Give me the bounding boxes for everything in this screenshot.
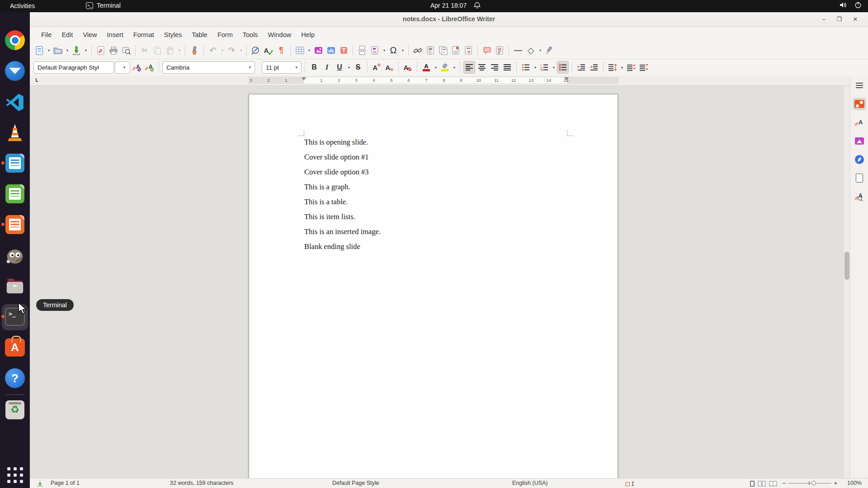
subscript-button[interactable]: A B	[383, 61, 395, 74]
paste-dropdown[interactable]: ▾	[177, 48, 182, 52]
line-spacing-button[interactable]	[607, 61, 618, 74]
bold-button[interactable]: B	[308, 61, 320, 74]
align-right-button[interactable]	[489, 61, 500, 74]
sidebar-navigator-button[interactable]	[853, 153, 866, 166]
page-style-status[interactable]: Default Page Style	[332, 480, 379, 486]
font-name-combo[interactable]: Cambria ▾	[162, 61, 255, 74]
zoom-in-icon[interactable]: +	[834, 480, 837, 486]
dock-item-vlc[interactable]	[4, 122, 26, 143]
insert-field-dropdown[interactable]: ▾	[382, 48, 387, 52]
dock-item-help[interactable]: ?	[4, 367, 26, 389]
line-spacing-dropdown[interactable]: ▾	[620, 66, 624, 70]
dock-item-libreoffice-writer[interactable]	[4, 152, 26, 174]
decrease-indent-button[interactable]	[588, 61, 600, 74]
menu-styles[interactable]: Styles	[159, 29, 187, 40]
close-button[interactable]: ✕	[850, 15, 861, 24]
cut-button[interactable]: ✂	[139, 44, 151, 57]
insert-bookmark-button[interactable]	[450, 44, 462, 57]
font-size-combo[interactable]: 11 pt ▾	[262, 61, 302, 74]
dock-item-thunderbird[interactable]	[4, 60, 26, 82]
dock-item-libreoffice-impress[interactable]	[4, 214, 26, 235]
sidebar-gallery-button[interactable]	[853, 135, 866, 147]
insert-chart-button[interactable]	[325, 44, 337, 57]
open-button[interactable]	[52, 44, 64, 57]
cross-reference-button[interactable]	[462, 44, 474, 57]
align-center-button[interactable]	[476, 61, 488, 74]
insert-textbox-button[interactable]	[338, 44, 349, 57]
horizontal-line-button[interactable]	[512, 44, 524, 57]
new-dropdown[interactable]: ▾	[47, 48, 51, 52]
draw-functions-button[interactable]	[543, 44, 555, 57]
menu-form[interactable]: Form	[212, 29, 238, 40]
update-style-button[interactable]: A	[131, 61, 143, 74]
redo-dropdown[interactable]: ▾	[239, 48, 243, 52]
insert-footnote-button[interactable]	[425, 44, 436, 57]
increase-paragraph-spacing-button[interactable]	[625, 61, 637, 74]
scrollbar-thumb[interactable]	[844, 252, 849, 280]
decrease-paragraph-spacing-button[interactable]	[638, 61, 650, 74]
italic-button[interactable]: I	[321, 61, 333, 74]
ordered-list-button[interactable]: IIIIII	[538, 61, 550, 74]
basic-shapes-dropdown[interactable]: ▾	[538, 48, 542, 52]
document-page[interactable]: This is opening slide. Cover slide optio…	[249, 94, 618, 478]
superscript-button[interactable]: A B	[371, 61, 382, 74]
word-count-status[interactable]: 32 words, 159 characters	[170, 480, 233, 486]
insert-hyperlink-button[interactable]	[412, 44, 424, 57]
horizontal-ruler[interactable]: L 3 2 1 1 2 3 4 5 6 7 8 9 10 11 12 13 14…	[30, 75, 868, 86]
doc-line[interactable]: Blank ending slide	[304, 243, 381, 250]
menu-table[interactable]: Table	[187, 29, 212, 40]
maximize-button[interactable]: ❐	[834, 15, 844, 24]
doc-line[interactable]: This is an inserted image.	[304, 228, 381, 235]
doc-line[interactable]: This is opening slide.	[304, 138, 381, 146]
view-layout-buttons[interactable]	[750, 481, 777, 487]
track-changes-button[interactable]	[494, 44, 505, 57]
zoom-level-status[interactable]: 100%	[847, 480, 862, 486]
insert-table-dropdown[interactable]: ▾	[307, 48, 311, 52]
zoom-slider-thumb[interactable]	[811, 481, 816, 485]
insert-comment-button[interactable]	[481, 44, 493, 57]
sidebar-properties-button[interactable]	[853, 98, 866, 110]
focused-app-menu[interactable]: >_ Terminal	[86, 2, 121, 9]
indent-marker-right[interactable]	[564, 77, 569, 80]
no-list-button[interactable]	[557, 61, 569, 74]
document-area[interactable]: This is opening slide. Cover slide optio…	[30, 86, 868, 478]
sidebar-page-button[interactable]	[853, 172, 866, 184]
increase-indent-button[interactable]	[576, 61, 587, 74]
doc-line[interactable]: This is item lists.	[304, 213, 381, 221]
font-color-dropdown[interactable]: ▾	[434, 66, 438, 70]
clock-menu[interactable]: Apr 21 18:07	[430, 2, 481, 9]
activities-button[interactable]: Activities	[6, 2, 38, 10]
paste-button[interactable]	[164, 44, 176, 57]
dock-item-libreoffice-calc[interactable]	[4, 183, 26, 205]
doc-line[interactable]: Cover slide option #3	[304, 168, 381, 176]
menu-insert[interactable]: Insert	[102, 29, 128, 40]
dock-item-chrome[interactable]	[4, 29, 26, 51]
zoom-slider[interactable]: − +	[782, 480, 837, 486]
find-replace-button[interactable]	[250, 44, 262, 57]
special-character-dropdown[interactable]: ▾	[401, 48, 405, 52]
menu-tools[interactable]: Tools	[238, 29, 263, 40]
menu-file[interactable]: File	[36, 29, 57, 40]
sidebar-styles-button[interactable]: A	[853, 116, 866, 129]
copy-button[interactable]	[151, 44, 163, 57]
export-pdf-button[interactable]	[95, 44, 107, 57]
insert-table-button[interactable]	[294, 44, 306, 57]
align-left-button[interactable]	[463, 61, 475, 74]
menu-format[interactable]: Format	[128, 29, 159, 40]
clear-formatting-button[interactable]: A	[402, 61, 414, 74]
clone-formatting-button[interactable]	[189, 44, 200, 57]
save-dropdown[interactable]: ▾	[84, 48, 88, 52]
paragraph-style-combo[interactable]: Default Paragraph Styl	[33, 61, 114, 74]
spelling-button[interactable]: A	[263, 44, 274, 57]
underline-dropdown[interactable]: ▾	[347, 66, 351, 70]
insert-mode-status[interactable]: I	[626, 481, 634, 487]
open-dropdown[interactable]: ▾	[65, 48, 70, 52]
ordered-list-dropdown[interactable]: ▾	[552, 66, 556, 70]
doc-line[interactable]: This is a graph.	[304, 183, 381, 191]
new-document-button[interactable]	[33, 44, 45, 57]
dock-item-files[interactable]	[4, 275, 26, 297]
zoom-out-icon[interactable]: −	[782, 480, 786, 486]
font-color-button[interactable]: A	[420, 61, 432, 74]
document-modified-icon[interactable]	[37, 480, 43, 487]
sidebar-style-inspector-button[interactable]: A	[853, 190, 866, 203]
